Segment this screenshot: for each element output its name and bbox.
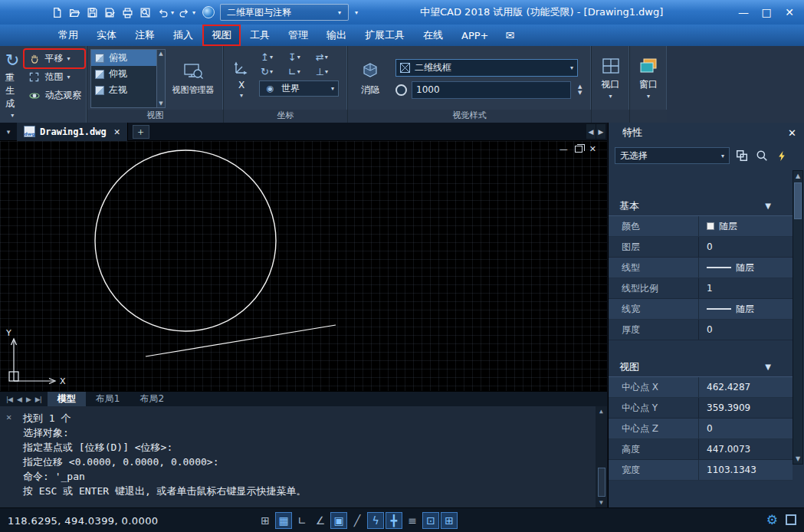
prop-value[interactable]: 0	[699, 320, 793, 340]
quick-select-icon[interactable]	[734, 148, 750, 163]
prop-value[interactable]: 随层	[699, 299, 793, 319]
settings-gear-icon[interactable]: ⚙	[766, 512, 778, 527]
prop-value[interactable]: 447.0073	[699, 439, 793, 459]
otrack-icon[interactable]: ╱	[349, 512, 366, 529]
save-icon[interactable]	[84, 5, 100, 21]
prop-value[interactable]: 随层	[699, 258, 793, 277]
command-window[interactable]: ✕ 找到 1 个 选择对象: 指定基点或 [位移(D)] <位移>: 指定位移 …	[0, 406, 607, 507]
prop-value[interactable]: 1103.1343	[699, 460, 793, 480]
view-item-bottom[interactable]: 仰视	[91, 66, 165, 82]
annotation-icon[interactable]: ⊞	[441, 512, 458, 529]
drawing-canvas[interactable]: Y X — ✕	[0, 141, 607, 391]
new-tab-button[interactable]: ＋	[133, 125, 149, 139]
scroll-down-icon[interactable]: ▼	[599, 499, 603, 506]
view-list-scrollbar[interactable]: ▲ ▼	[156, 50, 165, 107]
doc-minimize-icon[interactable]: —	[560, 145, 568, 153]
maximize-button[interactable]: □	[755, 3, 778, 21]
doc-restore-icon[interactable]	[575, 146, 582, 153]
lineweight-icon[interactable]: ≡	[404, 512, 421, 529]
extents-button[interactable]: 范围 ▾	[25, 68, 84, 86]
window-button[interactable]: 窗口 ▾	[637, 49, 660, 108]
mail-icon[interactable]: ✉	[497, 29, 522, 41]
ucs-rotate-icon[interactable]: ∟▾	[287, 65, 311, 78]
scroll-up-icon[interactable]: ▲	[599, 408, 603, 415]
quick-properties-icon[interactable]: ⊡	[422, 512, 439, 529]
tab-express[interactable]: 扩展工具	[356, 25, 414, 46]
tab-online[interactable]: 在线	[414, 25, 452, 46]
properties-close-icon[interactable]: ✕	[788, 127, 796, 139]
pan-button[interactable]: 平移 ▾	[25, 50, 84, 67]
layout-tab-layout1[interactable]: 布局1	[86, 392, 130, 407]
view-item-top[interactable]: 俯视	[91, 50, 165, 66]
selection-dropdown[interactable]: 无选择 ▾	[615, 147, 730, 164]
ucs-object-icon[interactable]: ↻▾	[259, 65, 284, 78]
ucs-previous-icon[interactable]: ↧▾	[287, 51, 311, 64]
ucs-x-button[interactable]: X ▾	[227, 49, 256, 108]
tab-annotate[interactable]: 注释	[126, 25, 164, 46]
tab-insert[interactable]: 插入	[164, 25, 202, 46]
properties-scroll-thumb[interactable]	[794, 182, 802, 219]
undo-icon[interactable]	[155, 5, 171, 21]
redo-dropdown-icon[interactable]: ▾	[192, 9, 195, 16]
workspace-dropdown[interactable]: 二维草图与注释 ▾	[220, 4, 349, 21]
prop-value[interactable]: 0	[699, 237, 793, 257]
save-as-icon[interactable]	[102, 5, 118, 21]
tab-scroll-right-icon[interactable]: ▶	[596, 124, 605, 139]
viewport-button[interactable]: 视口 ▾	[599, 49, 622, 108]
pickadd-toggle-icon[interactable]	[774, 148, 789, 163]
tab-tools[interactable]: 工具	[241, 25, 279, 46]
spin-down-icon[interactable]: ▼	[578, 90, 582, 96]
scroll-down-icon[interactable]: ▼	[159, 100, 162, 107]
ortho-icon[interactable]: ∟	[294, 512, 310, 529]
file-tabs-menu-icon[interactable]: ▾	[0, 123, 17, 141]
scroll-up-icon[interactable]: ▲	[796, 172, 800, 179]
plot-preview-icon[interactable]	[137, 5, 153, 21]
orbit-button[interactable]: 动态观察	[25, 87, 84, 104]
tab-view[interactable]: 视图	[202, 25, 241, 46]
tab-manage[interactable]: 管理	[279, 25, 317, 46]
snap-icon[interactable]: ⊞	[257, 512, 274, 529]
redo-icon[interactable]	[176, 5, 192, 21]
ucs-dropdown[interactable]: ◉ 世界 ▾	[259, 80, 339, 97]
command-scroll-thumb[interactable]	[598, 468, 605, 497]
first-layout-icon[interactable]: |◀	[6, 396, 12, 403]
fullscreen-icon[interactable]	[786, 514, 796, 525]
tab-output[interactable]: 输出	[317, 25, 356, 46]
next-layout-icon[interactable]: ▶	[26, 396, 31, 403]
smoothness-spinner[interactable]: ▲▼	[576, 84, 582, 96]
prop-value[interactable]: 随层	[699, 216, 793, 236]
workspace-icon[interactable]	[202, 6, 215, 18]
open-file-icon[interactable]	[67, 5, 83, 21]
view-item-left[interactable]: 左视	[91, 82, 165, 98]
minimize-button[interactable]: —	[732, 3, 755, 21]
section-header-view[interactable]: 视图 ▼	[609, 357, 793, 377]
tab-app-plus[interactable]: APP+	[452, 25, 497, 46]
ucs-z-axis-icon[interactable]: ⊥▾	[314, 65, 339, 78]
tab-solid[interactable]: 实体	[87, 25, 126, 46]
grid-icon[interactable]: ▦	[275, 512, 292, 529]
ucs-face-icon[interactable]: ⇄▾	[314, 51, 339, 64]
last-layout-icon[interactable]: ▶|	[35, 396, 41, 403]
undo-dropdown-icon[interactable]: ▾	[171, 9, 174, 16]
prop-value[interactable]: 1	[699, 278, 793, 298]
new-file-icon[interactable]	[49, 5, 65, 21]
scroll-up-icon[interactable]: ▲	[159, 51, 162, 57]
layout-tab-model[interactable]: 模型	[48, 392, 86, 407]
command-prompt-line[interactable]: 按 ESC 或 ENTER 键退出, 或者单击鼠标右键显示快捷菜单。	[23, 484, 590, 498]
dyn-input-icon[interactable]: ϟ	[367, 512, 384, 529]
select-objects-icon[interactable]	[754, 148, 770, 163]
prop-value[interactable]: 359.3909	[699, 398, 793, 418]
ucs-origin-icon[interactable]: ↥▾	[259, 51, 284, 64]
doc-close-icon[interactable]: ✕	[589, 145, 596, 153]
qat-customize-icon[interactable]: ▾	[355, 9, 358, 16]
polar-icon[interactable]: ∠	[312, 512, 329, 529]
section-header-basic[interactable]: 基本 ▼	[609, 196, 793, 216]
file-tab-drawing1[interactable]: dwg Drawing1.dwg ✕	[17, 123, 128, 141]
osnap-icon[interactable]: ▣	[330, 512, 347, 529]
collapse-icon[interactable]: ▼	[765, 363, 771, 371]
collapse-icon[interactable]: ▼	[765, 202, 771, 210]
prop-value[interactable]: 0	[699, 419, 793, 438]
tab-home[interactable]: 常用	[49, 25, 87, 46]
scroll-down-icon[interactable]: ▼	[796, 455, 800, 462]
visual-style-dropdown[interactable]: 二维线框 ▾	[395, 59, 578, 77]
